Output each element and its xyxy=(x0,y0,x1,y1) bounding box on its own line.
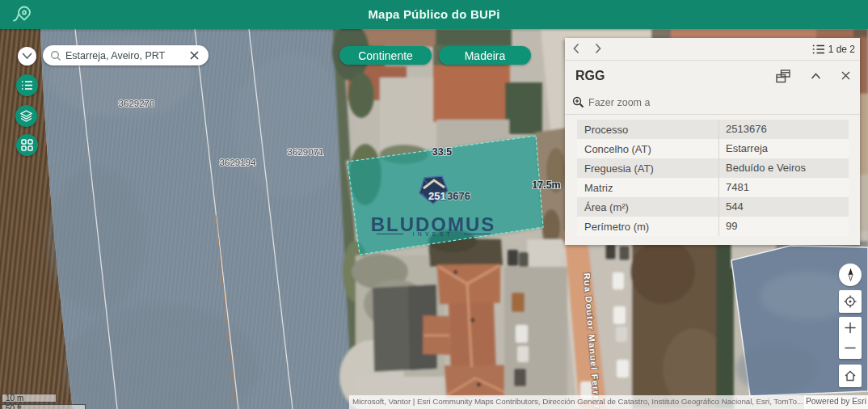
svg-text:INVEST: INVEST xyxy=(413,231,453,237)
svg-text:3629270: 3629270 xyxy=(119,99,155,108)
svg-text:3629194: 3629194 xyxy=(220,158,256,167)
svg-text:17.5m: 17.5m xyxy=(532,179,560,191)
svg-text:33.5: 33.5 xyxy=(432,146,452,158)
svg-text:251: 251 xyxy=(428,190,446,202)
svg-text:3629071: 3629071 xyxy=(288,147,324,157)
svg-text:3676: 3676 xyxy=(447,190,470,202)
